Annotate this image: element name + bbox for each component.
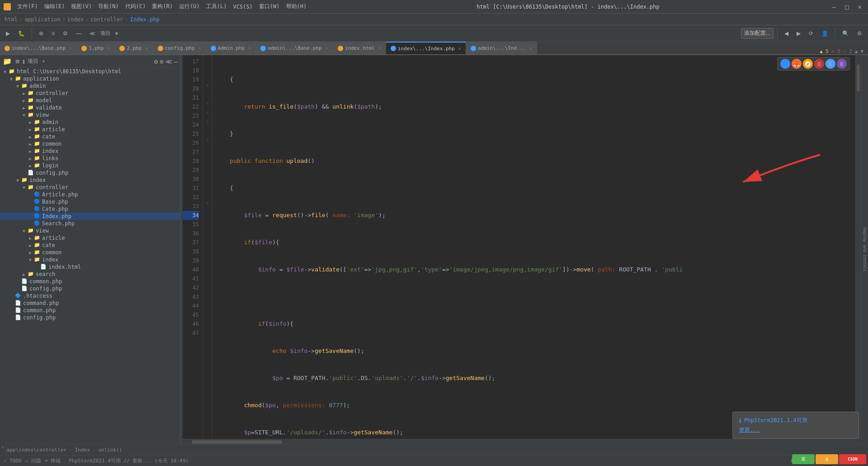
tab-admin[interactable]: Admin.php × — [206, 42, 256, 54]
tree-item-search-php[interactable]: 🔵 Search.php — [0, 220, 180, 227]
tree-item-htaccess[interactable]: 🔷 .htaccess — [0, 292, 180, 300]
close-panel-icon[interactable]: — — [174, 58, 178, 65]
expand-icon[interactable]: ≡ — [160, 58, 163, 65]
tree-item-login[interactable]: ▶ 📁 login — [0, 162, 180, 169]
project-menu[interactable]: — — [73, 28, 85, 39]
tab-close-admin[interactable]: × — [248, 46, 251, 51]
search-everywhere[interactable]: 🔍 — [839, 28, 852, 39]
chevron-down[interactable]: ▾ — [112, 28, 121, 39]
tree-item-common-view-index[interactable]: ▶ 📁 common — [0, 249, 180, 256]
safari-icon[interactable]: 🧭 — [803, 59, 813, 69]
tree-item-view-index[interactable]: ▼ 📁 view — [0, 227, 180, 234]
crumb-controller[interactable]: controller — [90, 16, 123, 23]
tree-item-article[interactable]: ▶ 📁 article — [0, 126, 180, 133]
tree-item-cate-php[interactable]: 🔵 Cate.php — [0, 205, 180, 213]
todo-label[interactable]: ✓ TODO — [4, 458, 22, 464]
project-settings[interactable]: ⚙ — [60, 28, 71, 39]
chrome-icon[interactable]: 🌐 — [780, 59, 790, 69]
tab-index-php[interactable]: index\...\Index.php × — [386, 42, 466, 54]
tree-item-controller-index[interactable]: ▼ 📁 controller — [0, 184, 180, 191]
tab-close-admin-base[interactable]: × — [326, 46, 328, 51]
tree-item-admin[interactable]: ▼ 📁 admin — [0, 82, 180, 90]
project-more[interactable]: ≪ — [86, 28, 99, 39]
tab-close-admin-ind[interactable]: × — [529, 46, 532, 51]
tab-close-index-html[interactable]: × — [378, 46, 381, 51]
tree-item-cate[interactable]: ▶ 📁 cate — [0, 133, 180, 140]
warnings-expand[interactable]: ▲ — [855, 48, 858, 54]
h-scroll-thumb[interactable] — [192, 440, 282, 444]
tree-item-links[interactable]: ▶ 📁 links — [0, 155, 180, 162]
project-expand[interactable]: ⊕ — [36, 28, 47, 39]
close-button[interactable]: ✕ — [855, 2, 864, 11]
tree-item-common-root[interactable]: 📄 common.php — [0, 307, 180, 314]
run-button[interactable]: ▶ — [3, 28, 13, 39]
tab-2php[interactable]: 2.php × — [115, 42, 153, 54]
project-collapse[interactable]: ≡ — [48, 28, 58, 39]
debug-button[interactable]: 🐛 — [15, 28, 28, 39]
settings-gear[interactable]: ⚙ — [854, 28, 865, 39]
edge-icon[interactable]: E — [826, 59, 835, 69]
tab-admin-base[interactable]: admin\...\Base.php × — [256, 42, 333, 54]
tab-close-1[interactable]: × — [107, 46, 110, 51]
tree-item-command-php[interactable]: 📄 command.php — [0, 300, 180, 307]
tree-item-html[interactable]: ▼ 📁 html C:\Users\86135\Desktop\html — [0, 68, 180, 75]
tab-index-html[interactable]: index.html × — [333, 42, 386, 54]
tab-close-2[interactable]: × — [146, 46, 148, 51]
opera-icon[interactable]: O — [814, 59, 824, 69]
tree-item-controller-admin[interactable]: ▶ 📁 controller — [0, 90, 180, 97]
tree-item-application[interactable]: ▼ 📁 application — [0, 75, 180, 82]
maximize-button[interactable]: □ — [842, 2, 851, 11]
tree-item-index-view[interactable]: ▶ 📁 index — [0, 147, 180, 155]
tree-item-view-admin[interactable]: ▼ 📁 view — [0, 111, 180, 119]
csdn-widget[interactable]: CSDN — [839, 454, 866, 464]
crumb-file[interactable]: Index.php — [130, 16, 160, 23]
settings-icon[interactable]: ⚙ — [154, 58, 158, 65]
minimize-button[interactable]: — — [830, 2, 839, 11]
window-controls[interactable]: — □ ✕ — [830, 2, 864, 11]
browser-icon-other[interactable]: B — [837, 59, 847, 69]
tree-item-common-php[interactable]: 📄 common.php — [0, 278, 180, 285]
tree-item-view-admin-sub[interactable]: ▶ 📁 admin — [0, 119, 180, 126]
tree-item-article-view[interactable]: ▶ 📁 article — [0, 234, 180, 242]
tree-item-cate-view[interactable]: ▶ 📁 cate — [0, 242, 180, 249]
crumb-html[interactable]: html — [5, 16, 18, 23]
crumb-index[interactable]: index — [67, 16, 84, 23]
tree-item-config-php[interactable]: 📄 config.php — [0, 285, 180, 292]
menu-code[interactable]: 代码(C) — [125, 3, 146, 10]
menu-refactor[interactable]: 重构(R) — [152, 3, 173, 10]
tree-item-common-view[interactable]: ▶ 📁 common — [0, 140, 180, 147]
menu-edit[interactable]: 编辑(E) — [44, 3, 65, 10]
menu-window[interactable]: 窗口(W) — [259, 3, 280, 10]
tab-admin-ind[interactable]: admin\...\Ind... × — [466, 42, 537, 54]
tab-base-php[interactable]: index\...\Base.php × — [0, 42, 77, 54]
language-widget[interactable]: 英 — [792, 454, 815, 464]
tab-close-base[interactable]: × — [69, 46, 72, 51]
menu-bar[interactable]: 文件(F) 编辑(E) 视图(V) 导航(N) 代码(C) 重构(R) 运行(U… — [4, 3, 307, 10]
firefox-icon[interactable]: 🦊 — [792, 59, 802, 69]
add-config-button[interactable]: 添加配置... — [741, 28, 774, 39]
input-widget[interactable]: A — [816, 454, 838, 464]
collapse-icon[interactable]: ≪ — [165, 58, 172, 65]
menu-nav[interactable]: 导航(N) — [98, 3, 119, 10]
tree-item-index-app[interactable]: ▼ 📁 index — [0, 176, 180, 184]
menu-view[interactable]: 视图(V) — [71, 3, 92, 10]
tree-item-validate[interactable]: ▶ 📁 validate — [0, 104, 180, 111]
problems-label[interactable]: ⚠ 问题 — [25, 457, 41, 464]
tree-item-config-admin[interactable]: 📄 config.php — [0, 169, 180, 176]
menu-help[interactable]: 帮助(H) — [286, 3, 307, 10]
code-editor[interactable]: { return is_file($path) && unlink($path)… — [212, 55, 855, 439]
notification-update-link[interactable]: 更新... — [739, 427, 760, 433]
warnings-collapse[interactable]: ▼ — [860, 48, 863, 54]
dropdown-arrow[interactable]: ▾ — [42, 58, 45, 64]
tab-config[interactable]: config.php × — [153, 42, 206, 54]
revert-button[interactable]: ⟳ — [806, 28, 816, 39]
tree-item-base-php[interactable]: 🔵 Base.php — [0, 198, 180, 205]
terminal-label[interactable]: ⌨ 终端 — [45, 457, 61, 464]
user-icon[interactable]: 👤 — [818, 28, 831, 39]
horizontal-scrollbar[interactable] — [183, 439, 861, 444]
tree-item-index-html-file[interactable]: 📄 index.html — [0, 263, 180, 271]
tab-1php[interactable]: 1.php × — [77, 42, 115, 54]
tab-close-index-php[interactable]: × — [458, 46, 461, 51]
tab-close-config[interactable]: × — [198, 46, 201, 51]
menu-file[interactable]: 文件(F) — [17, 3, 38, 10]
